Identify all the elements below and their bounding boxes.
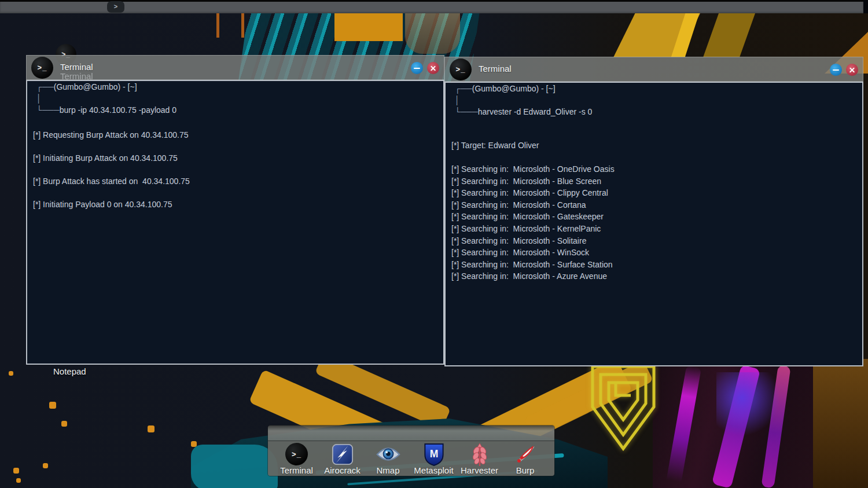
terminal-line: [*] Searching in: Microsloth - Cortana: [451, 199, 856, 211]
airocrack-icon: [332, 443, 354, 465]
wallpaper-orange-edge: [813, 359, 868, 488]
dock-item-harvester[interactable]: Harvester: [457, 442, 502, 476]
wallpaper-dot: [13, 468, 19, 474]
wallpaper-face: [405, 13, 460, 54]
dock-row: >_ Terminal Airocrack: [268, 441, 554, 476]
terminal-output-area[interactable]: ┌──(Gumbo@Gumbo) - [~] │ └───harvester -…: [444, 82, 863, 366]
terminal-line: [*] Burp Attack has started on 40.34.100…: [33, 175, 437, 187]
svg-text:M: M: [429, 448, 438, 460]
terminal-line: [*] Searching in: Microsloth - Blue Scre…: [451, 175, 856, 188]
close-button[interactable]: [846, 64, 858, 76]
dock-item-label: Airocrack: [324, 466, 361, 475]
window-title: Terminal: [60, 62, 93, 72]
terminal-window-right: >_ Terminal ┌──(Gumbo@Gumbo) - [~] │ └──…: [444, 57, 863, 366]
terminal-line: [*] Searching in: Microsloth - Clippy Ce…: [451, 187, 856, 199]
terminal-icon: >_: [450, 58, 472, 80]
dock-item-nmap[interactable]: Nmap: [365, 442, 411, 476]
burp-icon: [514, 443, 537, 466]
wallpaper-dot: [16, 478, 21, 483]
dock-item-label: Terminal: [280, 466, 313, 475]
terminal-line: [*] Target: Edward Oliver: [451, 140, 856, 151]
dock: >_ Terminal Airocrack: [268, 425, 554, 476]
search-results: [*] Searching in: Microsloth - OneDrive …: [451, 163, 856, 282]
terminal-line: [*] Searching in: Microsloth - Gateskeep…: [451, 211, 856, 223]
terminal-line: [*] Searching in: Microsloth - Surface S…: [451, 259, 856, 271]
dock-item-label: Burp: [516, 466, 535, 475]
harvester-icon: [470, 442, 489, 467]
dock-handle[interactable]: [268, 425, 554, 441]
wallpaper-orange-line: [241, 13, 244, 38]
wallpaper-dot: [61, 421, 67, 427]
terminal-icon: >_: [285, 443, 308, 465]
desktop: > >_ Notepad >_ Terminal Terminal ┌──(Gu…: [0, 0, 868, 488]
minimize-button[interactable]: [830, 64, 842, 76]
terminal-window-left: >_ Terminal Terminal ┌──(Gumbo@Gumbo) - …: [26, 55, 444, 365]
wallpaper-violet-patch: [716, 372, 780, 436]
titlebar[interactable]: >_ Terminal Terminal: [26, 55, 444, 80]
background-window-title: Terminal: [60, 71, 93, 80]
prompt-line: ┌──(Gumbo@Gumbo) - [~]: [36, 81, 437, 93]
wallpaper-dot: [148, 425, 155, 432]
wallpaper-orange-line: [216, 13, 219, 38]
command-line: └───harvester -d Edward_Oliver -s 0: [455, 106, 856, 118]
wallpaper-dot: [49, 402, 56, 409]
minimize-icon: [414, 68, 420, 69]
wallpaper-glove: [191, 445, 278, 488]
wallpaper-shield-emblem: [586, 362, 661, 457]
dock-item-airocrack[interactable]: Airocrack: [319, 442, 365, 476]
wallpaper-dot: [43, 463, 48, 468]
top-panel: [0, 0, 863, 13]
prompt-pipe: │: [455, 94, 856, 106]
dock-item-label: Nmap: [376, 466, 399, 475]
dock-item-label: Harvester: [461, 466, 498, 475]
terminal-line: [*] Searching in: Microsloth - Azure Ave…: [451, 270, 856, 282]
minimize-button[interactable]: [411, 62, 423, 74]
dock-item-metasploit[interactable]: M Metasploit: [411, 442, 457, 476]
window-title: Terminal: [479, 64, 512, 74]
terminal-icon: >_: [31, 57, 53, 79]
terminal-line: [*] Searching in: Microsloth - WinSock: [451, 247, 856, 259]
command-line: └───burp -ip 40.34.100.75 -payload 0: [36, 104, 437, 116]
prompt-pipe: │: [36, 93, 437, 104]
terminal-output-area[interactable]: ┌──(Gumbo@Gumbo) - [~] │ └───burp -ip 40…: [26, 80, 444, 365]
terminal-line: [*] Searching in: Microsloth - OneDrive …: [451, 163, 856, 175]
dock-item-terminal[interactable]: >_ Terminal: [274, 442, 319, 476]
terminal-line: [*] Requesting Burp Attack on 40.34.100.…: [33, 129, 437, 141]
terminal-line: [*] Searching in: Microsloth - KernelPan…: [451, 223, 856, 235]
prompt-line: ┌──(Gumbo@Gumbo) - [~]: [455, 83, 856, 94]
metasploit-icon: M: [424, 442, 444, 466]
close-button[interactable]: [427, 62, 439, 74]
terminal-line: [*] Initiating Burp Attack on 40.34.100.…: [33, 152, 437, 164]
wallpaper-yellow-band: [703, 13, 755, 57]
dock-item-burp[interactable]: Burp: [502, 442, 548, 476]
minimize-icon: [833, 69, 839, 71]
terminal-peek-icon[interactable]: >: [107, 1, 124, 13]
desktop-icon-label-notepad[interactable]: Notepad: [53, 366, 86, 376]
wallpaper-yellow-block: [334, 13, 403, 41]
wallpaper-dot: [9, 371, 13, 376]
titlebar[interactable]: >_ Terminal: [444, 57, 863, 82]
nmap-icon: [376, 446, 401, 463]
terminal-line: [*] Searching in: Microsloth - Solitaire: [451, 235, 856, 247]
terminal-line: [*] Initiating Payload 0 on 40.34.100.75: [33, 199, 437, 210]
dock-item-label: Metasploit: [414, 466, 453, 475]
